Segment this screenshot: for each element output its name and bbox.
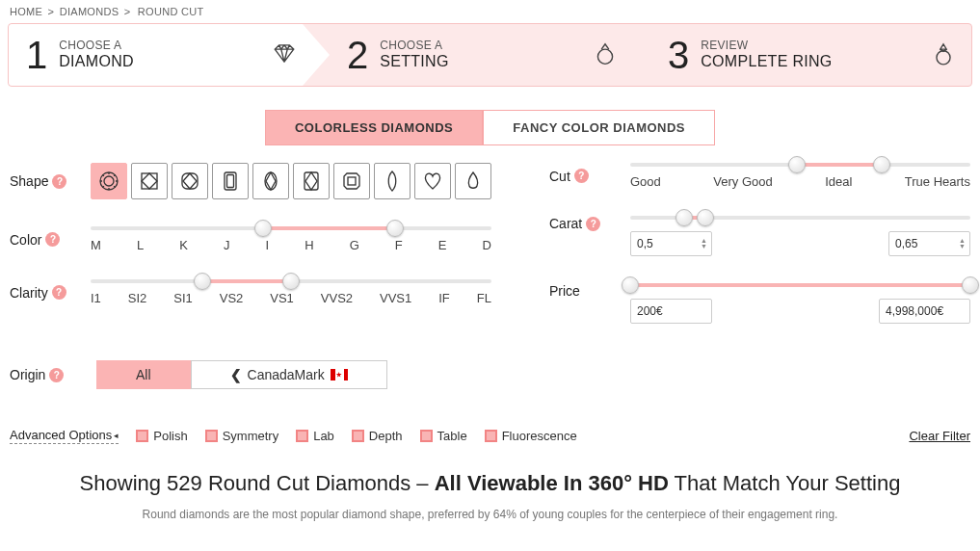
svg-point-1 xyxy=(937,51,950,65)
help-icon[interactable]: ? xyxy=(49,368,64,382)
price-min-input[interactable]: 200€ xyxy=(630,299,712,324)
slider-handle[interactable] xyxy=(194,273,211,290)
slider-handle[interactable] xyxy=(254,220,272,237)
svg-point-3 xyxy=(104,176,114,186)
shape-radiant[interactable] xyxy=(293,163,330,199)
tab-fancy[interactable]: FANCY COLOR DIAMONDS xyxy=(483,110,715,145)
breadcrumb: HOME > DIAMONDS > ROUND CUT xyxy=(0,0,980,23)
opt-fluorescence[interactable]: Fluorescence xyxy=(485,429,577,443)
step-complete[interactable]: 3 REVIEW COMPLETE RING xyxy=(650,24,971,86)
shape-label: Shape xyxy=(10,173,48,189)
cut-label: Cut xyxy=(549,169,570,184)
clear-filter-link[interactable]: Clear Filter xyxy=(909,429,970,443)
help-icon[interactable]: ? xyxy=(574,169,589,183)
slider-handle[interactable] xyxy=(697,209,714,226)
shape-pear[interactable] xyxy=(455,163,491,199)
slider-handle[interactable] xyxy=(282,273,300,290)
crumb-home[interactable]: HOME xyxy=(10,6,42,17)
ring-diamond-icon xyxy=(931,41,956,69)
canada-flag-icon xyxy=(331,369,348,380)
canadamark-icon: ❮ xyxy=(230,367,242,382)
type-tabs: COLORLESS DIAMONDS FANCY COLOR DIAMONDS xyxy=(0,110,980,145)
shape-oval[interactable] xyxy=(252,163,289,199)
shape-cushion[interactable] xyxy=(172,163,208,199)
shape-emerald[interactable] xyxy=(212,163,249,199)
slider-handle[interactable] xyxy=(675,209,693,226)
advanced-options-toggle[interactable]: Advanced Options◂ xyxy=(10,428,119,444)
shape-heart[interactable] xyxy=(414,163,451,199)
svg-point-8 xyxy=(265,172,277,190)
crumb-diamonds[interactable]: DIAMONDS xyxy=(60,6,119,17)
results-subtext: Round diamonds are the most popular diam… xyxy=(0,508,980,521)
help-icon[interactable]: ? xyxy=(586,217,600,231)
slider-handle[interactable] xyxy=(386,220,404,237)
opt-table[interactable]: Table xyxy=(420,429,467,443)
opt-polish[interactable]: Polish xyxy=(136,429,187,443)
color-label: Color xyxy=(10,232,41,248)
tab-colorless[interactable]: COLORLESS DIAMONDS xyxy=(265,110,483,145)
clarity-label: Clarity xyxy=(10,285,48,301)
ring-icon xyxy=(593,41,618,69)
crumb-current: ROUND CUT xyxy=(138,6,204,17)
step-setting[interactable]: 2 CHOOSE A SETTING xyxy=(330,24,650,86)
price-max-input[interactable]: 4,998,000€ xyxy=(879,299,970,324)
slider-handle[interactable] xyxy=(788,156,806,173)
price-label: Price xyxy=(549,283,580,299)
price-slider[interactable] xyxy=(630,283,970,289)
help-icon[interactable]: ? xyxy=(52,174,66,189)
carat-min-input[interactable]: 0,5▲▼ xyxy=(630,231,712,256)
carat-slider[interactable] xyxy=(630,216,970,222)
svg-rect-9 xyxy=(305,172,318,190)
cut-slider[interactable]: GoodVery GoodIdealTrue Hearts xyxy=(607,163,970,189)
origin-canadamark-button[interactable]: ❮ CanadaMark xyxy=(191,360,387,389)
origin-label: Origin xyxy=(10,367,45,382)
shape-marquise[interactable] xyxy=(374,163,411,199)
step-diamond[interactable]: 1 CHOOSE A DIAMOND xyxy=(9,24,330,86)
opt-lab[interactable]: Lab xyxy=(296,429,334,443)
color-slider[interactable]: MLKJIHGFED xyxy=(67,226,491,252)
slider-handle[interactable] xyxy=(873,156,890,173)
carat-label: Carat xyxy=(549,216,582,231)
svg-rect-5 xyxy=(182,173,198,189)
slider-handle[interactable] xyxy=(962,276,979,294)
results-heading: Showing 529 Round Cut Diamonds – All Vie… xyxy=(0,471,980,496)
help-icon[interactable]: ? xyxy=(52,285,66,300)
opt-depth[interactable]: Depth xyxy=(352,429,403,443)
opt-symmetry[interactable]: Symmetry xyxy=(205,429,279,443)
shape-princess[interactable] xyxy=(131,163,168,199)
progress-steps: 1 CHOOSE A DIAMOND 2 CHOOSE A SETTING 3 … xyxy=(8,23,972,87)
svg-point-0 xyxy=(597,49,612,64)
help-icon[interactable]: ? xyxy=(45,232,60,247)
svg-rect-4 xyxy=(142,173,157,189)
shape-round[interactable] xyxy=(91,163,127,199)
diamond-icon xyxy=(272,41,297,69)
origin-all-button[interactable]: All xyxy=(96,360,191,389)
slider-handle[interactable] xyxy=(622,276,639,294)
svg-rect-7 xyxy=(227,175,234,188)
shape-asscher[interactable] xyxy=(333,163,370,199)
svg-rect-10 xyxy=(348,177,356,185)
carat-max-input[interactable]: 0,65▲▼ xyxy=(888,231,970,256)
clarity-slider[interactable]: I1SI2SI1VS2VS1VVS2VVS1IFFL xyxy=(67,279,491,305)
